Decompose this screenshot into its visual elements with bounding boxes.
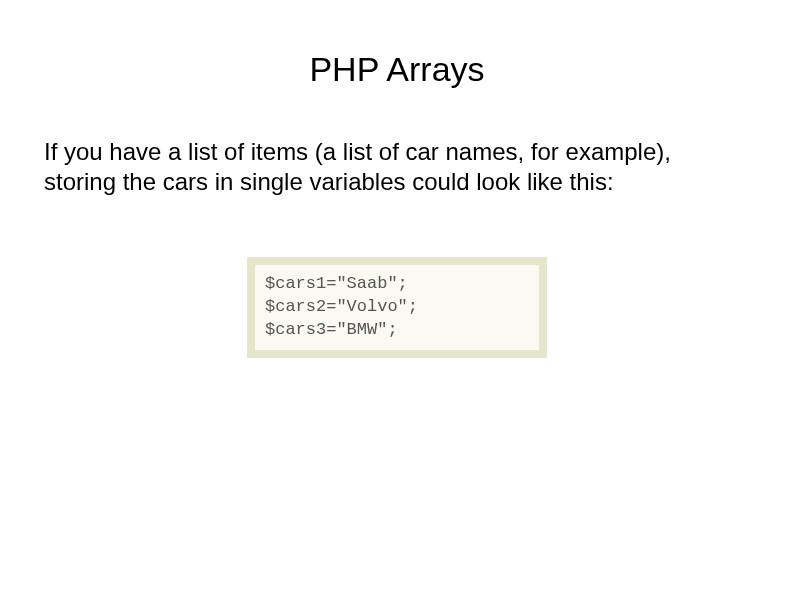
code-wrapper: $cars1="Saab"; $cars2="Volvo"; $cars3="B… <box>44 257 750 358</box>
code-line-3: $cars3="BMW"; <box>265 320 398 339</box>
intro-paragraph: If you have a list of items (a list of c… <box>44 137 744 197</box>
code-content: $cars1="Saab"; $cars2="Volvo"; $cars3="B… <box>265 273 529 342</box>
page-title: PHP Arrays <box>44 50 750 89</box>
code-line-2: $cars2="Volvo"; <box>265 297 418 316</box>
code-box: $cars1="Saab"; $cars2="Volvo"; $cars3="B… <box>247 257 547 358</box>
code-line-1: $cars1="Saab"; <box>265 274 408 293</box>
